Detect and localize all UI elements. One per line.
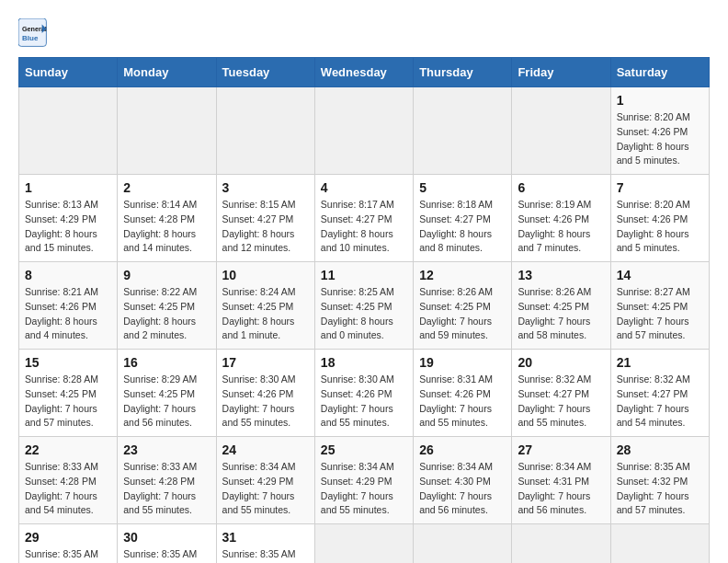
calendar-week-row: 15 Sunrise: 8:28 AM Sunset: 4:25 PM Dayl… — [19, 350, 710, 437]
day-number: 24 — [222, 442, 309, 457]
calendar-table: SundayMondayTuesdayWednesdayThursdayFrid… — [18, 57, 710, 563]
calendar-cell: 6 Sunrise: 8:19 AM Sunset: 4:26 PM Dayli… — [512, 175, 610, 262]
calendar-cell: 5 Sunrise: 8:18 AM Sunset: 4:27 PM Dayli… — [414, 175, 512, 262]
day-info: Sunrise: 8:28 AM Sunset: 4:25 PM Dayligh… — [25, 373, 111, 431]
calendar-cell: 18 Sunrise: 8:30 AM Sunset: 4:26 PM Dayl… — [314, 350, 413, 437]
header-saturday: Saturday — [610, 58, 709, 87]
day-info: Sunrise: 8:15 AM Sunset: 4:27 PM Dayligh… — [222, 198, 309, 256]
day-number: 14 — [617, 268, 703, 282]
calendar-cell: 22 Sunrise: 8:33 AM Sunset: 4:28 PM Dayl… — [19, 437, 118, 524]
day-number: 16 — [123, 355, 210, 370]
calendar-cell: 25 Sunrise: 8:34 AM Sunset: 4:29 PM Dayl… — [314, 437, 413, 524]
day-info: Sunrise: 8:22 AM Sunset: 4:25 PM Dayligh… — [123, 285, 210, 343]
calendar-cell: 13 Sunrise: 8:26 AM Sunset: 4:25 PM Dayl… — [512, 262, 610, 350]
day-number: 19 — [419, 355, 506, 370]
day-number: 21 — [617, 355, 703, 370]
svg-text:Blue: Blue — [22, 34, 39, 42]
calendar-cell: 15 Sunrise: 8:28 AM Sunset: 4:25 PM Dayl… — [19, 350, 118, 437]
day-info: Sunrise: 8:30 AM Sunset: 4:26 PM Dayligh… — [321, 373, 407, 431]
day-info: Sunrise: 8:31 AM Sunset: 4:26 PM Dayligh… — [419, 373, 506, 431]
day-info: Sunrise: 8:33 AM Sunset: 4:28 PM Dayligh… — [25, 460, 111, 518]
day-number: 30 — [123, 530, 210, 545]
day-info: Sunrise: 8:34 AM Sunset: 4:30 PM Dayligh… — [419, 460, 506, 518]
day-number: 6 — [518, 180, 604, 195]
calendar-cell — [19, 87, 118, 175]
day-info: Sunrise: 8:35 AM Sunset: 4:34 PM Dayligh… — [123, 547, 210, 563]
day-number: 15 — [25, 355, 111, 370]
day-number: 2 — [123, 180, 210, 195]
day-info: Sunrise: 8:32 AM Sunset: 4:27 PM Dayligh… — [617, 373, 703, 431]
calendar-header-row: SundayMondayTuesdayWednesdayThursdayFrid… — [19, 58, 710, 87]
day-number: 13 — [518, 268, 604, 282]
day-info: Sunrise: 8:20 AM Sunset: 4:26 PM Dayligh… — [617, 110, 703, 168]
calendar-cell — [314, 524, 413, 564]
day-number: 28 — [617, 442, 703, 457]
calendar-week-row: 29 Sunrise: 8:35 AM Sunset: 4:33 PM Dayl… — [19, 524, 710, 564]
calendar-cell: 27 Sunrise: 8:34 AM Sunset: 4:31 PM Dayl… — [512, 437, 610, 524]
day-number: 18 — [321, 355, 407, 370]
calendar-cell: 20 Sunrise: 8:32 AM Sunset: 4:27 PM Dayl… — [512, 350, 610, 437]
calendar-cell: 26 Sunrise: 8:34 AM Sunset: 4:30 PM Dayl… — [414, 437, 512, 524]
calendar-cell — [414, 524, 512, 564]
calendar-cell: 23 Sunrise: 8:33 AM Sunset: 4:28 PM Dayl… — [118, 437, 216, 524]
calendar-cell — [512, 87, 610, 175]
header-monday: Monday — [118, 58, 216, 87]
day-info: Sunrise: 8:34 AM Sunset: 4:29 PM Dayligh… — [222, 460, 309, 518]
day-number: 5 — [419, 180, 506, 195]
day-number: 1 — [617, 93, 703, 108]
day-number: 11 — [321, 268, 407, 282]
calendar-cell: 19 Sunrise: 8:31 AM Sunset: 4:26 PM Dayl… — [414, 350, 512, 437]
calendar-cell — [216, 87, 314, 175]
calendar-cell: 12 Sunrise: 8:26 AM Sunset: 4:25 PM Dayl… — [414, 262, 512, 350]
day-info: Sunrise: 8:34 AM Sunset: 4:31 PM Dayligh… — [518, 460, 604, 518]
header-wednesday: Wednesday — [314, 58, 413, 87]
day-number: 20 — [518, 355, 604, 370]
day-number: 26 — [419, 442, 506, 457]
day-number: 29 — [25, 530, 111, 545]
day-info: Sunrise: 8:14 AM Sunset: 4:28 PM Dayligh… — [123, 198, 210, 256]
page-header: General Blue — [18, 18, 710, 48]
calendar-cell: 1 Sunrise: 8:20 AM Sunset: 4:26 PM Dayli… — [610, 87, 709, 175]
day-info: Sunrise: 8:29 AM Sunset: 4:25 PM Dayligh… — [123, 373, 210, 431]
calendar-cell: 10 Sunrise: 8:24 AM Sunset: 4:25 PM Dayl… — [216, 262, 314, 350]
day-info: Sunrise: 8:25 AM Sunset: 4:25 PM Dayligh… — [321, 285, 407, 343]
day-info: Sunrise: 8:18 AM Sunset: 4:27 PM Dayligh… — [419, 198, 506, 256]
day-number: 10 — [222, 268, 309, 282]
day-number: 4 — [321, 180, 407, 195]
calendar-cell: 1 Sunrise: 8:13 AM Sunset: 4:29 PM Dayli… — [19, 175, 118, 262]
day-info: Sunrise: 8:19 AM Sunset: 4:26 PM Dayligh… — [518, 198, 604, 256]
calendar-cell — [414, 87, 512, 175]
calendar-week-row: 1 Sunrise: 8:13 AM Sunset: 4:29 PM Dayli… — [19, 175, 710, 262]
day-info: Sunrise: 8:35 AM Sunset: 4:34 PM Dayligh… — [222, 547, 309, 563]
day-number: 25 — [321, 442, 407, 457]
day-info: Sunrise: 8:24 AM Sunset: 4:25 PM Dayligh… — [222, 285, 309, 343]
day-number: 3 — [222, 180, 309, 195]
calendar-cell: 24 Sunrise: 8:34 AM Sunset: 4:29 PM Dayl… — [216, 437, 314, 524]
calendar-week-row: 1 Sunrise: 8:20 AM Sunset: 4:26 PM Dayli… — [19, 87, 710, 175]
day-info: Sunrise: 8:35 AM Sunset: 4:33 PM Dayligh… — [25, 547, 111, 563]
day-number: 31 — [222, 530, 309, 545]
calendar-cell: 8 Sunrise: 8:21 AM Sunset: 4:26 PM Dayli… — [19, 262, 118, 350]
logo: General Blue — [18, 18, 53, 48]
header-sunday: Sunday — [19, 58, 118, 87]
day-info: Sunrise: 8:21 AM Sunset: 4:26 PM Dayligh… — [25, 285, 111, 343]
calendar-cell — [118, 87, 216, 175]
day-info: Sunrise: 8:35 AM Sunset: 4:32 PM Dayligh… — [617, 460, 703, 518]
day-number: 12 — [419, 268, 506, 282]
calendar-cell — [512, 524, 610, 564]
day-number: 17 — [222, 355, 309, 370]
day-info: Sunrise: 8:34 AM Sunset: 4:29 PM Dayligh… — [321, 460, 407, 518]
calendar-cell: 4 Sunrise: 8:17 AM Sunset: 4:27 PM Dayli… — [314, 175, 413, 262]
header-friday: Friday — [512, 58, 610, 87]
calendar-cell — [314, 87, 413, 175]
calendar-cell: 16 Sunrise: 8:29 AM Sunset: 4:25 PM Dayl… — [118, 350, 216, 437]
calendar-cell: 17 Sunrise: 8:30 AM Sunset: 4:26 PM Dayl… — [216, 350, 314, 437]
day-info: Sunrise: 8:26 AM Sunset: 4:25 PM Dayligh… — [518, 285, 604, 343]
calendar-cell: 9 Sunrise: 8:22 AM Sunset: 4:25 PM Dayli… — [118, 262, 216, 350]
header-thursday: Thursday — [414, 58, 512, 87]
day-info: Sunrise: 8:26 AM Sunset: 4:25 PM Dayligh… — [419, 285, 506, 343]
day-number: 27 — [518, 442, 604, 457]
day-info: Sunrise: 8:20 AM Sunset: 4:26 PM Dayligh… — [617, 198, 703, 256]
logo-icon: General Blue — [18, 18, 48, 48]
day-number: 8 — [25, 268, 111, 282]
